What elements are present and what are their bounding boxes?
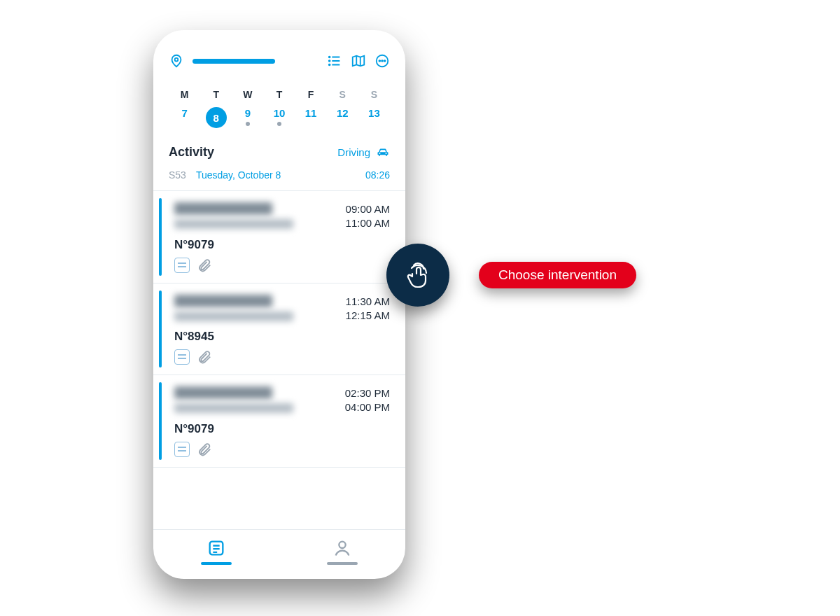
attachment-icon[interactable] (197, 258, 212, 273)
cal-head: M (169, 89, 200, 100)
list-board-icon (206, 538, 226, 558)
callout-choose-intervention: Choose intervention (479, 262, 636, 288)
cal-head: F (295, 89, 327, 100)
date-text: Tuesday, October 8 (196, 169, 365, 181)
cal-head: S (358, 89, 390, 100)
intervention-number: N°8945 (174, 330, 390, 344)
map-icon[interactable] (351, 53, 366, 69)
svg-point-13 (384, 60, 386, 62)
cal-day[interactable]: 10 (263, 103, 295, 132)
activity-title: Activity (169, 145, 214, 160)
activity-header: Activity Driving (169, 145, 390, 160)
intervention-number: N°9079 (174, 238, 390, 252)
week-code: S53 (169, 169, 186, 181)
activity-status[interactable]: Driving (337, 146, 390, 160)
time-end: 04:00 PM (345, 400, 390, 414)
notes-icon[interactable] (174, 442, 190, 457)
notes-icon[interactable] (174, 258, 190, 273)
time-end: 11:00 AM (346, 216, 390, 230)
svg-point-18 (339, 542, 345, 548)
tab-profile[interactable] (327, 538, 358, 565)
location-pin-icon[interactable] (169, 53, 184, 69)
cal-day[interactable]: 9 (232, 103, 263, 132)
cal-head: T (200, 89, 232, 100)
list-icon[interactable] (327, 53, 342, 69)
cal-day[interactable]: 12 (327, 103, 358, 132)
car-icon (376, 146, 390, 160)
svg-point-0 (175, 58, 178, 62)
current-time: 08:26 (365, 169, 390, 181)
callout-label: Choose intervention (498, 267, 617, 282)
intervention-times: 09:00 AM 11:00 AM (346, 202, 390, 231)
tap-gesture-icon (386, 244, 449, 307)
current-day-row: S53 Tuesday, October 8 08:26 (169, 169, 390, 181)
time-end: 12:15 AM (346, 309, 390, 323)
more-horizontal-icon[interactable] (374, 53, 390, 69)
intervention-title-blurred (174, 295, 272, 307)
activity-status-label: Driving (337, 146, 370, 158)
tab-schedule[interactable] (201, 538, 232, 565)
week-calendar: M T W T F S S 7 8 9 10 11 12 13 (169, 89, 390, 132)
cal-head: T (263, 89, 295, 100)
current-address-placeholder (192, 59, 275, 64)
intervention-title-blurred (174, 386, 272, 399)
cal-day[interactable]: 7 (169, 103, 200, 132)
intervention-times: 02:30 PM 04:00 PM (345, 386, 390, 415)
bottom-nav (153, 529, 405, 565)
intervention-address-blurred (174, 312, 293, 321)
top-bar (169, 48, 390, 74)
intervention-card[interactable]: 02:30 PM 04:00 PM N°9079 (153, 375, 405, 468)
time-start: 09:00 AM (346, 202, 390, 216)
intervention-times: 11:30 AM 12:15 AM (346, 295, 390, 323)
notes-icon[interactable] (174, 349, 190, 365)
has-event-dot (277, 122, 281, 126)
svg-point-5 (329, 60, 330, 62)
intervention-address-blurred (174, 219, 293, 229)
intervention-title-blurred (174, 202, 272, 215)
svg-point-11 (379, 60, 380, 62)
intervention-number: N°9079 (174, 422, 390, 436)
svg-marker-7 (353, 56, 365, 66)
svg-point-12 (382, 60, 383, 62)
intervention-card[interactable]: 11:30 AM 12:15 AM N°8945 (153, 284, 405, 376)
svg-point-4 (329, 57, 330, 58)
profile-icon (332, 538, 352, 558)
intervention-card[interactable]: 09:00 AM 11:00 AM N°9079 (153, 191, 405, 284)
time-start: 02:30 PM (345, 386, 390, 400)
attachment-icon[interactable] (197, 442, 212, 457)
intervention-address-blurred (174, 403, 293, 413)
has-event-dot (246, 122, 250, 126)
cal-head: S (327, 89, 358, 100)
intervention-list: 09:00 AM 11:00 AM N°9079 (153, 191, 405, 529)
cal-day[interactable]: 13 (358, 103, 390, 132)
time-start: 11:30 AM (346, 295, 390, 309)
attachment-icon[interactable] (197, 349, 212, 365)
cal-day[interactable]: 11 (295, 103, 327, 132)
phone-mock: M T W T F S S 7 8 9 10 11 12 13 Activity… (153, 30, 405, 579)
cal-day-selected[interactable]: 8 (200, 103, 232, 132)
svg-point-6 (329, 64, 330, 66)
cal-head: W (232, 89, 263, 100)
